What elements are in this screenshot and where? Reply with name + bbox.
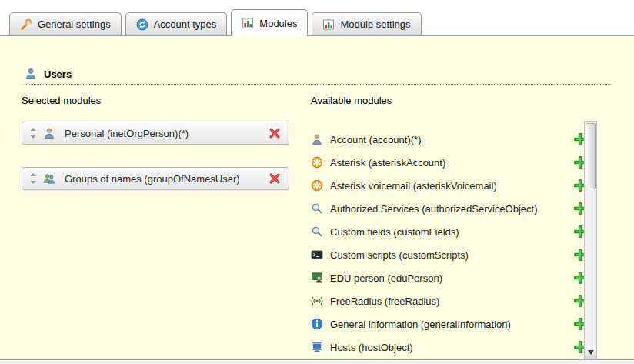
tools-icon <box>20 18 32 31</box>
asterisk-icon <box>311 156 323 169</box>
remove-module-button[interactable] <box>268 126 282 140</box>
module-label: Hosts (hostObject) <box>330 342 413 353</box>
available-module-row: General information (generalInformation) <box>311 312 586 336</box>
panel-bottom-edge <box>0 359 634 364</box>
selected-modules-list: Personal (inetOrgPerson)(*) Groups of na… <box>22 122 289 212</box>
section-title: Users <box>44 68 72 80</box>
refresh-icon <box>136 18 148 31</box>
module-label: Groups of names (groupOfNamesUser) <box>62 173 262 185</box>
tab-bar: General settings Account types Modules M… <box>0 0 634 36</box>
tab-label: Module settings <box>340 18 410 30</box>
host-icon <box>311 341 323 353</box>
group-icon <box>43 172 55 185</box>
lam-configuration-window: General settings Account types Modules M… <box>0 0 634 364</box>
module-label: Asterisk voicemail (asteriskVoicemail) <box>330 180 497 192</box>
sort-handle-icon[interactable] <box>29 127 37 139</box>
tab-label: Account types <box>154 18 217 30</box>
available-module-row: Custom scripts (customScripts) <box>311 243 586 266</box>
available-module-row: Custom fields (customFields) <box>311 220 586 243</box>
delete-icon <box>269 172 281 185</box>
arrow-down-icon <box>588 350 594 355</box>
module-label: Account (account)(*) <box>330 134 422 145</box>
selected-module-row: Groups of names (groupOfNamesUser) <box>22 167 289 190</box>
tab-modules[interactable]: Modules <box>231 9 308 36</box>
tab-label: Modules <box>259 18 297 29</box>
tab-general-settings[interactable]: General settings <box>9 12 122 35</box>
remove-module-button[interactable] <box>268 172 282 185</box>
available-module-row: EDU person (eduPerson) <box>311 266 586 289</box>
tab-label: General settings <box>38 18 111 30</box>
module-label: General information (generalInformation) <box>330 319 511 330</box>
scroll-down-button[interactable] <box>585 346 596 359</box>
available-module-row: FreeRadius (freeRadius) <box>311 289 586 312</box>
scrollbar-thumb[interactable] <box>586 123 596 189</box>
module-label: Personal (inetOrgPerson)(*) <box>62 128 262 139</box>
chart-icon <box>242 17 254 29</box>
person-icon <box>311 133 323 145</box>
user-icon <box>25 68 37 80</box>
radius-signal-icon <box>311 295 323 307</box>
edu-person-icon <box>311 272 323 284</box>
section-header-users: Users <box>25 68 72 80</box>
selected-modules-heading: Selected modules <box>22 95 101 106</box>
available-list-scrollbar[interactable] <box>584 121 597 359</box>
available-module-row: Account (account)(*) <box>311 128 586 151</box>
delete-icon <box>269 127 281 139</box>
chart-icon <box>322 18 335 31</box>
asterisk-icon <box>311 179 323 192</box>
available-module-row: Authorized Services (authorizedServiceOb… <box>311 197 586 220</box>
available-modules-heading: Available modules <box>311 95 392 106</box>
selected-module-row: Personal (inetOrgPerson)(*) <box>22 122 289 145</box>
module-label: Asterisk (asteriskAccount) <box>330 157 445 169</box>
available-module-row: Asterisk voicemail (asteriskVoicemail) <box>311 174 586 197</box>
module-label: Authorized Services (authorizedServiceOb… <box>330 203 538 215</box>
module-label: Custom scripts (customScripts) <box>330 249 469 261</box>
available-module-row: Hosts (hostObject) <box>311 336 586 359</box>
section-divider <box>23 84 612 85</box>
tab-module-settings[interactable]: Module settings <box>312 12 421 35</box>
sort-handle-icon[interactable] <box>29 172 37 185</box>
console-icon <box>311 249 323 261</box>
tab-account-types[interactable]: Account types <box>125 12 228 35</box>
module-label: FreeRadius (freeRadius) <box>330 296 439 307</box>
available-modules-list: Account (account)(*) Asterisk (asteriskA… <box>311 128 586 359</box>
tab-strip: General settings Account types Modules M… <box>9 9 422 35</box>
magnifier-icon <box>311 202 323 215</box>
magnifier-icon <box>311 225 323 238</box>
available-module-row: Asterisk (asteriskAccount) <box>311 151 586 174</box>
module-label: EDU person (eduPerson) <box>330 272 442 284</box>
person-icon <box>43 127 55 139</box>
module-label: Custom fields (customFields) <box>330 226 459 238</box>
info-icon <box>311 318 323 330</box>
